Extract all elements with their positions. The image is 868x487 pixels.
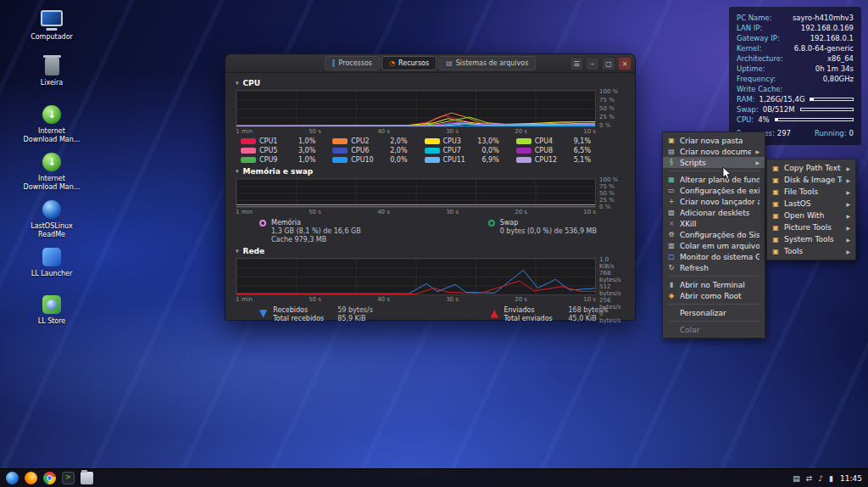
taskbar-tray: ▤⇄♪▮ 11:45 (793, 474, 862, 483)
cpu-color-swatch (516, 138, 531, 144)
submenu-arrow-icon: ▶ (846, 225, 850, 231)
menu-item-refresh[interactable]: ↻Refresh (663, 262, 765, 273)
menu-item-alterar-plano-de-fundo[interactable]: ▦Alterar plano de fundo (663, 174, 765, 185)
cpu-legend-item-cpu5: CPU53,0% (241, 147, 315, 154)
cpu-name: CPU2 (351, 137, 369, 145)
submenu-arrow-icon: ▶ (755, 160, 760, 165)
network-icon[interactable]: ⇄ (806, 474, 813, 483)
chrome-icon[interactable] (43, 472, 56, 484)
desktop-icon-launcher[interactable]: LL Launcher (20, 248, 83, 278)
memory-label: Memória (271, 219, 361, 227)
resources-tab-icon: ◔ (389, 59, 395, 67)
firefox-icon[interactable] (25, 472, 37, 484)
axis-label: 0 % (599, 122, 625, 129)
axis-label: 50 % (599, 105, 625, 112)
cpu-name: CPU6 (351, 147, 369, 154)
desktop-icon-store[interactable]: LL Store (20, 295, 83, 326)
menu-item-abrir-como-root[interactable]: ◆Abrir como Root (663, 290, 765, 301)
power-icon[interactable]: ▮ (829, 474, 833, 483)
submenu-arrow-icon: ▶ (755, 148, 760, 154)
taskbar-clock[interactable]: 11:45 (840, 474, 862, 483)
menu-item-xkill[interactable]: ×XKill (663, 218, 765, 229)
sent-label: Enviados (504, 306, 563, 314)
desktop-icon-label: Lixeira (20, 79, 83, 87)
lastos-menu-icon[interactable] (6, 472, 19, 484)
tab-processos[interactable]: ‖ Processos (325, 56, 380, 70)
submenu-item-tools[interactable]: ▣Tools▶ (767, 245, 855, 257)
conky-value: 0B/512M (763, 105, 795, 114)
menu-item-configura-es-do-sistema[interactable]: ⚙Configurações do Sistema (663, 229, 765, 240)
cpu-legend: CPU11,0%CPU22,0%CPU313,0%CPU49,1%CPU53,0… (241, 137, 591, 164)
menu-item-adicionar-desklets[interactable]: ▧Adicionar desklets (663, 207, 765, 218)
conky-label: PC Name: (737, 14, 772, 22)
submenu-item-picture-tools[interactable]: ▣Picture Tools▶ (767, 221, 855, 233)
axis-label: 75 % (599, 183, 625, 190)
new-folder-icon: ▣ (667, 137, 676, 144)
submenu-item-disk-image-tools[interactable]: ▣Disk & Image Tools▶ (767, 174, 855, 186)
submenu-arrow-icon: ▶ (846, 237, 850, 243)
window-titlebar[interactable]: ‖ Processos ◔ Recursos ▤ Sistemas de arq… (225, 54, 635, 73)
menu-item-scripts[interactable]: §Scripts▶ (663, 157, 765, 168)
folder-icon: ▣ (771, 188, 780, 196)
conky-rows: PC Name:sayro-h410mhv3LAN IP:192.168.0.1… (737, 13, 854, 94)
conky-value: 6.8.0-64-generic (794, 44, 854, 53)
conky-label: Uptime: (737, 64, 765, 73)
conky-bar-swap: Swap:0B/512M (737, 104, 854, 115)
menu-item-abrir-no-terminal[interactable]: ▮Abrir no Terminal (663, 279, 765, 290)
chevron-down-icon[interactable]: ▾ (236, 80, 239, 87)
conky-label: LAN IP: (737, 24, 762, 32)
terminal-app-icon[interactable] (62, 472, 75, 484)
desktop-icon-idm[interactable]: Internet Download Man... (20, 105, 83, 143)
close-button[interactable]: × (618, 57, 632, 70)
submenu-item-file-tools[interactable]: ▣File Tools▶ (767, 186, 855, 198)
context-menu: ▣Criar nova pasta▤Criar novo documento▶§… (662, 132, 765, 339)
cpu-name: CPU4 (535, 137, 553, 145)
axis-label: 40 s (377, 209, 390, 216)
desktop-icon-computer[interactable]: Computador (20, 10, 83, 42)
cpu-name: CPU5 (259, 147, 277, 154)
cpu-legend-item-cpu11: CPU116,9% (425, 156, 499, 164)
desktop-icon-trash[interactable]: Lixeira (20, 58, 83, 87)
menu-item-configura-es-de-exibi-o[interactable]: ▭Configurações de exibição (663, 185, 765, 196)
chevron-down-icon[interactable]: ▾ (236, 248, 239, 255)
axis-label: 40 s (377, 128, 390, 135)
desktop-icon-label: LL Store (20, 317, 83, 326)
axis-label: 30 s (446, 209, 459, 216)
store-icon (42, 295, 61, 314)
tab-recursos[interactable]: ◔ Recursos (381, 56, 437, 70)
desktop-icon-readme[interactable]: LastOSLinux ReadMe (20, 200, 83, 238)
submenu-item-copy-path-text[interactable]: ▣Copy Path Text▶ (767, 162, 855, 174)
menu-item-criar-nova-pasta[interactable]: ▣Criar nova pasta (663, 135, 765, 146)
desktop-icon-idm[interactable]: Internet Download Man... (20, 153, 83, 191)
folder-icon: ▣ (771, 248, 780, 255)
axis-label: 20 s (515, 296, 527, 303)
conky-label: Architecture: (737, 54, 783, 63)
axis-label: 30 s (446, 296, 459, 303)
submenu-item-system-tools[interactable]: ▣System Tools▶ (767, 233, 855, 245)
volume-icon[interactable]: ♪ (818, 474, 823, 483)
submenu-arrow-icon: ▶ (846, 177, 850, 183)
memory-value: 1,3 GB (8,1 %) de 16,6 GB (271, 227, 361, 235)
menu-item-personalizar[interactable]: Personalizar (663, 307, 765, 318)
menu-item-criar-novo-documento[interactable]: ▤Criar novo documento▶ (663, 146, 765, 157)
cpu-section-title: CPU (243, 79, 261, 87)
minimize-button[interactable]: – (586, 57, 599, 70)
maximize-button[interactable]: ▢ (602, 57, 615, 70)
file-manager-icon[interactable] (81, 472, 93, 484)
hamburger-menu-button[interactable]: ☰ (570, 57, 583, 70)
notifications-icon[interactable]: ▤ (793, 474, 800, 483)
conky-label: Gateway IP: (737, 34, 780, 42)
chevron-down-icon[interactable]: ▾ (236, 168, 239, 175)
menu-item-criar-novo-lan-ador-aqui[interactable]: +Criar novo lançador aqui... (663, 196, 765, 207)
menu-item-monitor-do-sistema-gnome[interactable]: ▢Monitor do sistema GNOME (663, 251, 765, 262)
submenu-item-open-with[interactable]: ▣Open With▶ (767, 210, 855, 221)
tab-sistemas-de-arquivos[interactable]: ▤ Sistemas de arquivos (438, 56, 536, 70)
menu-item-colar-em-um-arquivo[interactable]: ▥Colar em um arquivo (663, 240, 765, 251)
cpu-value: 9,1% (574, 137, 591, 145)
taskbar: ▤⇄♪▮ 11:45 (0, 468, 868, 487)
submenu-item-lastos[interactable]: ▣LastOS▶ (767, 198, 855, 210)
memory-section: ▾ Memória e swap 100 %75 %50 %25 %0 % 1 … (236, 167, 625, 244)
menu-item-label: Scripts (680, 159, 706, 167)
system-settings-icon: ⚙ (667, 231, 676, 238)
computer-icon (41, 10, 63, 26)
